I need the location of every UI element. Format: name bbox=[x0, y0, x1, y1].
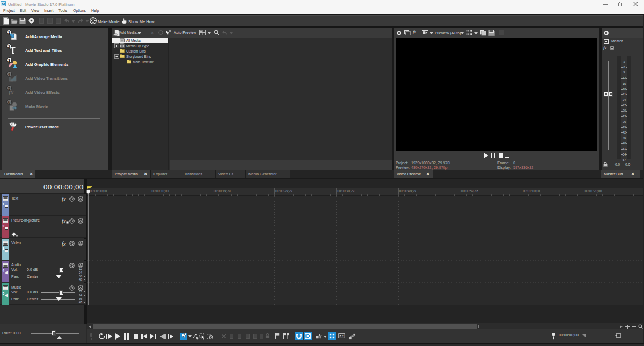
svg-text:fx: fx bbox=[62, 196, 66, 202]
svg-text:fx: fx bbox=[62, 218, 66, 224]
svg-text:?: ? bbox=[342, 335, 343, 338]
svg-text:fx: fx bbox=[62, 241, 66, 247]
